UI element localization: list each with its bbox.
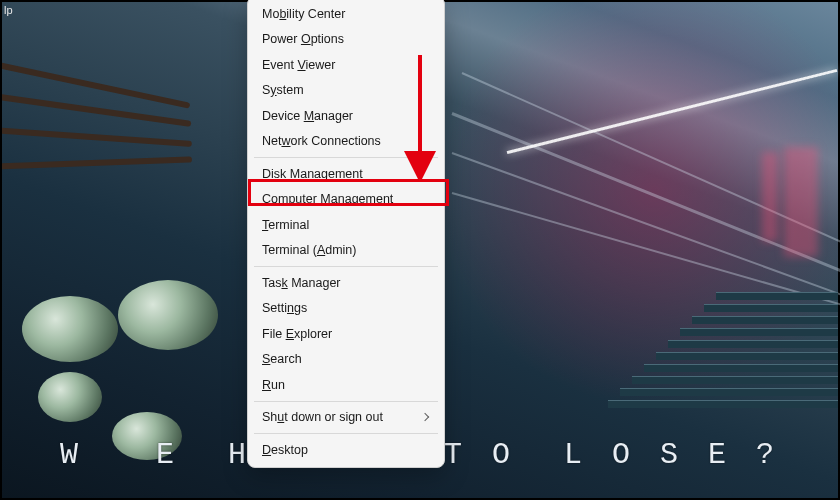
menu-item-label: Power Options xyxy=(262,33,344,46)
menu-item-terminal[interactable]: Terminal xyxy=(252,212,440,238)
viewport: lp W E H A V E T O L O S E ? Mobility Ce… xyxy=(0,0,840,500)
menu-item-system[interactable]: System xyxy=(252,78,440,104)
menu-item-task-manager[interactable]: Task Manager xyxy=(252,270,440,296)
winx-context-menu[interactable]: Mobility CenterPower OptionsEvent Viewer… xyxy=(247,0,445,468)
menu-item-label: System xyxy=(262,84,304,97)
menu-item-run[interactable]: Run xyxy=(252,372,440,398)
menu-item-label: Desktop xyxy=(262,444,308,457)
menu-item-computer-management[interactable]: Computer Management xyxy=(252,187,440,213)
menu-item-label: Shut down or sign out xyxy=(262,411,383,424)
menu-item-label: Disk Management xyxy=(262,168,363,181)
menu-item-terminal-admin[interactable]: Terminal (Admin) xyxy=(252,238,440,264)
chevron-right-icon xyxy=(421,413,429,421)
menu-separator xyxy=(254,433,438,434)
menu-separator xyxy=(254,157,438,158)
corner-text: lp xyxy=(4,4,13,16)
menu-item-disk-management[interactable]: Disk Management xyxy=(252,161,440,187)
menu-item-file-explorer[interactable]: File Explorer xyxy=(252,321,440,347)
menu-item-power-options[interactable]: Power Options xyxy=(252,27,440,53)
menu-item-shut-down-or-sign-out[interactable]: Shut down or sign out xyxy=(252,405,440,431)
menu-item-search[interactable]: Search xyxy=(252,347,440,373)
menu-item-label: Task Manager xyxy=(262,277,341,290)
menu-item-event-viewer[interactable]: Event Viewer xyxy=(252,52,440,78)
menu-item-label: Search xyxy=(262,353,302,366)
menu-item-label: Settings xyxy=(262,302,307,315)
menu-item-label: Terminal (Admin) xyxy=(262,244,356,257)
menu-separator xyxy=(254,401,438,402)
menu-item-device-manager[interactable]: Device Manager xyxy=(252,103,440,129)
menu-item-label: Device Manager xyxy=(262,110,353,123)
menu-item-label: Event Viewer xyxy=(262,59,335,72)
menu-item-label: Network Connections xyxy=(262,135,381,148)
menu-separator xyxy=(254,266,438,267)
menu-item-label: File Explorer xyxy=(262,328,332,341)
menu-item-settings[interactable]: Settings xyxy=(252,296,440,322)
menu-item-label: Run xyxy=(262,379,285,392)
menu-item-desktop[interactable]: Desktop xyxy=(252,437,440,463)
menu-item-network-connections[interactable]: Network Connections xyxy=(252,129,440,155)
menu-item-label: Terminal xyxy=(262,219,309,232)
menu-item-label: Computer Management xyxy=(262,193,393,206)
menu-item-mobility-center[interactable]: Mobility Center xyxy=(252,1,440,27)
menu-item-label: Mobility Center xyxy=(262,8,345,21)
